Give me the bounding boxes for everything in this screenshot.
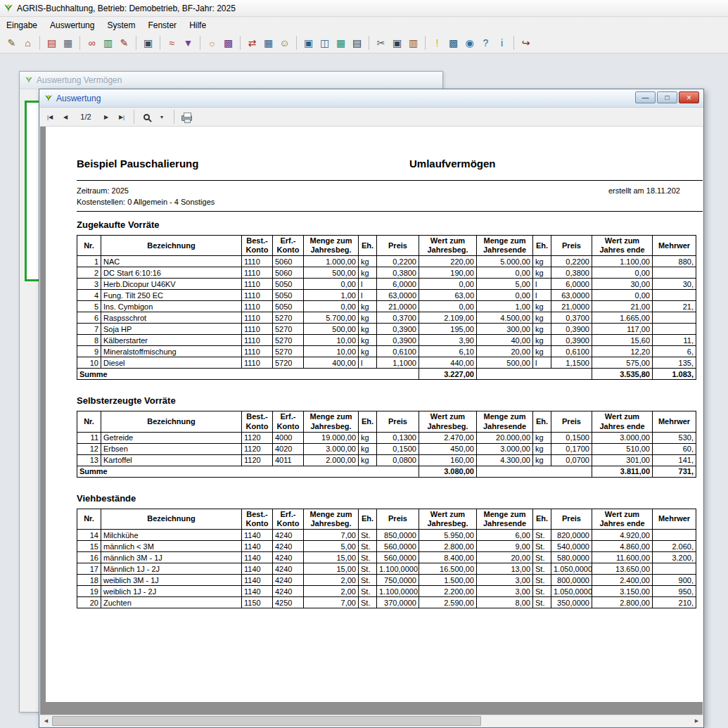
cell-eh: kg bbox=[533, 324, 551, 335]
menu-system[interactable]: System bbox=[101, 18, 141, 32]
window-auswertung: Auswertung — □ × |◀ ◀ 1/2 ▶ ▶| ▾ bbox=[39, 89, 704, 728]
cell-erf-konto: 5270 bbox=[273, 312, 304, 324]
cell-bezeichnung: Zuchten bbox=[101, 597, 242, 608]
column-header-menge-jahresende: Menge zum Jahresende bbox=[477, 411, 533, 432]
menu-auswertung[interactable]: Auswertung bbox=[44, 18, 101, 32]
cell-erf-konto: 4240 bbox=[273, 541, 304, 552]
cell-bezeichnung: Fung. Tilt 250 EC bbox=[101, 290, 242, 301]
cell-erf-konto: 5270 bbox=[273, 335, 304, 346]
cell-best-konto: 1140 bbox=[242, 552, 273, 563]
header-row: Nr.BezeichnungBest.- KontoErf.- KontoMen… bbox=[77, 236, 696, 256]
cell-nr: 4 bbox=[77, 290, 101, 301]
transfer-icon[interactable]: ⇄ bbox=[244, 35, 260, 51]
section-title: Selbsterzeugte Vorräte bbox=[77, 395, 703, 406]
cell-best-konto: 1120 bbox=[242, 432, 273, 443]
calculator-icon[interactable]: ▦ bbox=[260, 35, 276, 51]
horizontal-scrollbar[interactable]: ◀ ▶ bbox=[40, 715, 703, 727]
summe-mehrwert: 1.083, bbox=[653, 369, 696, 380]
cell-bezeichnung: männlich 3M - 1J bbox=[101, 552, 242, 563]
cell-erf-konto: 4240 bbox=[273, 552, 304, 563]
cell-eh: l bbox=[359, 357, 377, 369]
column-header-wert-jahresende: Wert zum Jahres ende bbox=[592, 236, 653, 256]
cell-wert-jahresende: 0,00 bbox=[592, 267, 653, 279]
cell-nr: 16 bbox=[77, 552, 101, 563]
toolbar-separator bbox=[39, 36, 40, 50]
cell-wert-jahresbeg: 2.109,00 bbox=[419, 312, 477, 324]
search-glasses-icon[interactable]: ∞ bbox=[84, 35, 100, 51]
summe-wert-jahresende: 3.811,00 bbox=[592, 466, 653, 477]
cell-eh: St. bbox=[533, 541, 551, 552]
printer-icon[interactable]: ▦ bbox=[60, 35, 76, 51]
save-disk-icon[interactable]: ▤ bbox=[349, 35, 365, 51]
paste-icon[interactable]: ▥ bbox=[405, 35, 421, 51]
zoom-dropdown-button[interactable]: ▾ bbox=[155, 110, 169, 124]
scroll-left-button[interactable]: ◀ bbox=[40, 715, 52, 727]
scrollbar-thumb[interactable] bbox=[52, 716, 481, 726]
cell-menge-jahresende: 8,00 bbox=[477, 597, 533, 608]
column-header-eh: Eh. bbox=[359, 411, 377, 432]
first-page-button[interactable]: |◀ bbox=[43, 110, 57, 124]
user-icon[interactable]: ☺ bbox=[276, 35, 293, 51]
menu-fenster[interactable]: Fenster bbox=[141, 18, 183, 32]
cut-icon[interactable]: ✂ bbox=[373, 35, 389, 51]
menu-eingabe[interactable]: Eingabe bbox=[0, 18, 44, 32]
scroll-right-button[interactable]: ▶ bbox=[691, 715, 703, 727]
column-header-preis: Preis bbox=[551, 411, 592, 432]
minimize-button[interactable]: — bbox=[635, 91, 656, 103]
cell-preis: 1.100,0000 bbox=[377, 586, 419, 597]
journal-print-icon[interactable]: ▤ bbox=[44, 35, 60, 51]
cell-wert-jahresende: 301,00 bbox=[592, 454, 653, 466]
cell-eh: kg bbox=[359, 454, 377, 466]
account-sheet-icon[interactable]: ▥ bbox=[100, 35, 116, 51]
prev-page-button[interactable]: ◀ bbox=[58, 110, 72, 124]
cell-menge-jahresende: 1,00 bbox=[477, 301, 533, 312]
column-header-bezeichnung: Bezeichnung bbox=[101, 236, 242, 256]
monitor-icon[interactable]: ▣ bbox=[300, 35, 317, 51]
cell-nr: 8 bbox=[77, 335, 101, 346]
cell-eh: l bbox=[533, 279, 551, 290]
sun-icon[interactable]: ☼ bbox=[204, 35, 220, 51]
globe-icon[interactable]: ◉ bbox=[461, 35, 478, 51]
column-header-eh: Eh. bbox=[533, 411, 551, 432]
cell-best-konto: 1110 bbox=[242, 301, 273, 312]
chart-curve-icon[interactable]: ≈ bbox=[164, 35, 180, 51]
header-row: Nr.BezeichnungBest.- KontoErf.- KontoMen… bbox=[77, 509, 696, 529]
copy-pages-icon[interactable]: ▣ bbox=[389, 35, 405, 51]
booking-entry-icon[interactable]: ✎ bbox=[4, 35, 20, 51]
flash-icon[interactable]: ! bbox=[429, 35, 445, 51]
cell-menge-jahresbeg: 0,00 bbox=[304, 279, 359, 290]
table-row: 7Soja HP11105270500,00kg0,3900195,00300,… bbox=[77, 324, 696, 335]
filter-funnel-icon[interactable]: ▼ bbox=[180, 35, 196, 51]
split-view-icon[interactable]: ◫ bbox=[317, 35, 333, 51]
cell-mehrwert: 30, bbox=[653, 279, 696, 290]
column-header-bezeichnung: Bezeichnung bbox=[101, 411, 242, 432]
help-icon[interactable]: ? bbox=[478, 35, 494, 51]
pattern-grid-icon[interactable]: ▩ bbox=[220, 35, 236, 51]
web-print-icon[interactable]: ▩ bbox=[445, 35, 461, 51]
last-page-button[interactable]: ▶| bbox=[115, 110, 129, 124]
cell-preis: 0,2200 bbox=[377, 256, 419, 267]
copy-icon[interactable]: ▣ bbox=[140, 35, 156, 51]
cell-menge-jahresende: 300,00 bbox=[477, 324, 533, 335]
maximize-button[interactable]: □ bbox=[657, 91, 677, 103]
print-button[interactable] bbox=[179, 110, 193, 124]
zoom-button[interactable] bbox=[139, 110, 153, 124]
report-window-titlebar[interactable]: Auswertung — □ × bbox=[39, 89, 703, 108]
storno-edit-icon[interactable]: ✎ bbox=[116, 35, 132, 51]
info-icon[interactable]: i bbox=[494, 35, 510, 51]
close-button[interactable]: × bbox=[679, 91, 699, 103]
table-view-icon[interactable]: ▦ bbox=[333, 35, 349, 51]
cell-wert-jahresbeg: 6,10 bbox=[419, 346, 477, 357]
toolbar-separator bbox=[79, 36, 80, 50]
table-row: 3Herb.Dicopur U46KV111050500,00l6,00000,… bbox=[77, 279, 696, 290]
menu-hilfe[interactable]: Hilfe bbox=[183, 18, 212, 32]
next-page-button[interactable]: ▶ bbox=[99, 110, 113, 124]
cash-journal-icon[interactable]: ⌂ bbox=[20, 35, 36, 51]
cell-best-konto: 1140 bbox=[242, 575, 273, 586]
cell-menge-jahresbeg: 500,00 bbox=[304, 267, 359, 279]
bg-window-titlebar[interactable]: Auswertung Vermögen bbox=[20, 72, 442, 89]
cell-eh: St. bbox=[359, 530, 377, 541]
cell-wert-jahresbeg: 8.400,00 bbox=[419, 552, 477, 563]
exit-icon[interactable]: ↪ bbox=[518, 35, 534, 51]
cell-eh: St. bbox=[533, 530, 551, 541]
